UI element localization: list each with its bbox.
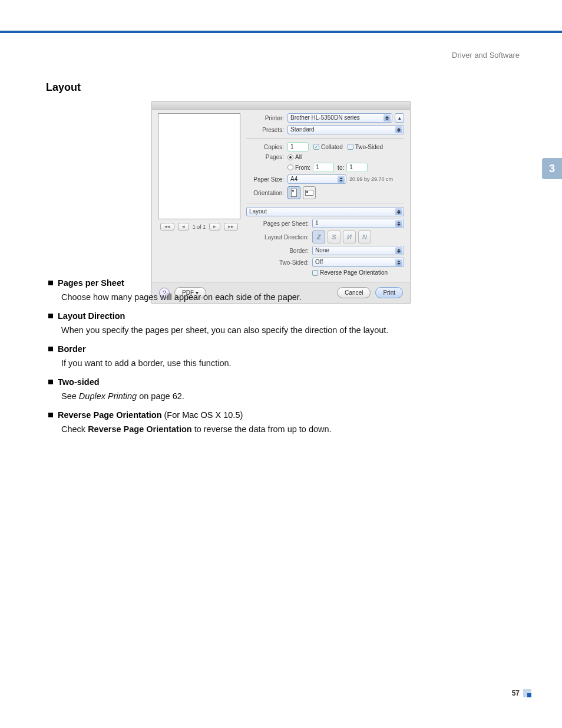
layout-direction-4-button[interactable]: N (358, 230, 371, 243)
item-reverse-desc: Check Reverse Page Orientation to revers… (61, 424, 520, 434)
collapse-button[interactable]: ▴ (395, 113, 404, 123)
reverse-orientation-label: Reverse Page Orientation (320, 269, 388, 276)
two-sided-checkbox-label: Two-Sided (355, 144, 383, 150)
dialog-titlebar (152, 102, 410, 110)
label-printer: Printer: (246, 115, 287, 121)
page-preview (158, 113, 240, 219)
page-accent (523, 689, 531, 697)
copies-input[interactable]: 1 (287, 142, 309, 151)
printer-select[interactable]: Brother HL-5350DN series (287, 113, 392, 123)
page-number: 57 (512, 689, 520, 697)
pager-next-button[interactable]: ▸ (209, 223, 220, 230)
item-layout-direction-desc: When you specify the pages per sheet, yo… (61, 325, 520, 335)
two-sided-checkbox[interactable] (348, 144, 353, 150)
collated-checkbox[interactable]: ✓ (313, 144, 319, 150)
item-two-sided-title: Two-sided (48, 377, 520, 387)
label-to: to: (338, 164, 344, 171)
options-panel-select[interactable]: Layout (246, 207, 404, 216)
pager-last-button[interactable]: ▸▸ (224, 223, 238, 230)
paper-size-select[interactable]: A4 (287, 174, 346, 184)
pager-status: 1 of 1 (193, 224, 206, 230)
presets-select[interactable]: Standard (287, 125, 404, 134)
item-two-sided-desc: See Duplex Printing on page 62. (61, 391, 520, 401)
item-layout-direction-title: Layout Direction (48, 311, 520, 321)
print-dialog: ◂◂ ◂ 1 of 1 ▸ ▸▸ Printer: Brother HL-535… (151, 101, 411, 304)
pages-all-radio[interactable] (287, 154, 293, 160)
to-input[interactable]: 1 (346, 163, 368, 172)
label-pages-per-sheet: Pages per Sheet: (246, 220, 312, 227)
two-sided-select[interactable]: Off (312, 258, 404, 267)
item-pages-per-sheet-title: Pages per Sheet (48, 278, 520, 288)
label-orientation: Orientation: (246, 190, 287, 196)
duplex-printing-link[interactable]: Duplex Printing (79, 391, 137, 401)
item-pages-per-sheet-desc: Choose how many pages will appear on eac… (61, 292, 520, 302)
label-pages: Pages: (246, 154, 287, 160)
label-presets: Presets: (246, 127, 287, 133)
pages-all-label: All (295, 154, 302, 160)
breadcrumb: Driver and Software (452, 51, 520, 60)
from-input[interactable]: 1 (313, 163, 334, 172)
label-from: From: (295, 164, 310, 171)
chapter-tab: 3 (542, 158, 562, 179)
item-border-desc: If you want to add a border, use this fu… (61, 358, 520, 368)
pager-first-button[interactable]: ◂◂ (160, 223, 174, 230)
item-reverse-title: Reverse Page Orientation (For Mac OS X 1… (48, 410, 520, 420)
label-border: Border: (246, 248, 312, 254)
label-paper-size: Paper Size: (246, 176, 287, 183)
pages-per-sheet-select[interactable]: 1 (312, 219, 404, 228)
label-copies: Copies: (246, 144, 287, 150)
collated-label: Collated (321, 144, 343, 150)
section-heading-layout: Layout (46, 81, 81, 94)
orientation-portrait-button[interactable] (287, 186, 300, 199)
item-border-title: Border (48, 344, 520, 354)
label-layout-direction: Layout Direction: (246, 234, 312, 241)
layout-direction-2-button[interactable]: S (328, 230, 340, 243)
layout-direction-1-button[interactable]: Z (312, 230, 325, 243)
reverse-orientation-checkbox[interactable] (312, 270, 318, 276)
label-two-sided: Two-Sided: (246, 259, 312, 266)
pager-prev-button[interactable]: ◂ (178, 223, 189, 230)
pages-from-radio[interactable] (287, 164, 293, 170)
border-select[interactable]: None (312, 246, 404, 255)
layout-direction-3-button[interactable]: И (343, 230, 356, 243)
orientation-landscape-button[interactable] (303, 186, 316, 199)
top-bar (0, 31, 562, 33)
paper-dimensions: 20.99 by 29.70 cm (349, 176, 393, 182)
